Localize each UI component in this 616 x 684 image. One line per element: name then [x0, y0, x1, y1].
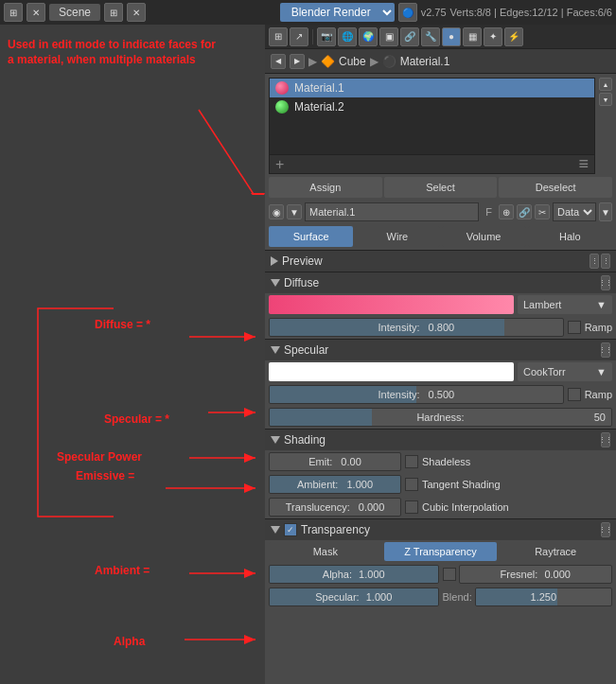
mat-unlink-icon[interactable]: ✂ [535, 204, 550, 219]
diffuse-section-header[interactable]: Diffuse ⋮⋮ [265, 272, 616, 293]
alpha-arrow [0, 626, 274, 655]
specular-shader-arrow: ▼ [596, 366, 607, 377]
physics-icon[interactable]: ⚡ [504, 27, 523, 46]
alpha-fresnel-row: Alpha: 1.000 Fresnel: 0.000 [265, 563, 616, 586]
assign-button[interactable]: Assign [269, 177, 382, 198]
scene-prop-icon[interactable]: 🌐 [338, 27, 357, 46]
specular-intensity-bar[interactable]: Intensity: 0.500 [269, 385, 564, 404]
translucency-bar[interactable]: Translucency: 0.000 [269, 498, 401, 517]
emit-bar[interactable]: Emit: 0.00 [269, 452, 401, 471]
transparency-section-header[interactable]: ✓ Transparency ⋮⋮ [265, 518, 616, 540]
add-material-btn[interactable]: + [275, 156, 284, 173]
svg-marker-9 [244, 483, 255, 493]
texture-icon[interactable]: ▦ [463, 27, 482, 46]
trans-tab-mask[interactable]: Mask [269, 542, 382, 561]
world-icon[interactable]: 🌍 [359, 27, 378, 46]
specular-ramp-label: Ramp [585, 389, 612, 400]
object-icon[interactable]: ▣ [379, 27, 398, 46]
cubic-checkbox[interactable] [405, 500, 418, 514]
shading-section-header[interactable]: Shading ⋮⋮ [265, 429, 616, 450]
fresnel-bar[interactable]: Fresnel: 0.000 [459, 565, 613, 584]
ambient-bar[interactable]: Ambient: 1.000 [269, 475, 401, 494]
render-icon[interactable]: 🔵 [398, 3, 417, 22]
material-list-container: Material.1 Material.2 + ≡ ▲ ▼ [265, 74, 616, 174]
specular-shader-select[interactable]: CookTorr ▼ [518, 362, 612, 381]
preview-label: Preview [282, 254, 323, 268]
view-icon-1[interactable]: ⊞ [269, 27, 288, 46]
material-icon[interactable]: ● [442, 27, 461, 46]
breadcrumb-icon-1[interactable]: ◀ [271, 54, 286, 69]
tab-wire[interactable]: Wire [355, 226, 439, 247]
select-button[interactable]: Select [384, 177, 498, 198]
diffuse-shader-select[interactable]: Lambert ▼ [518, 295, 612, 314]
render-prop-icon[interactable]: 📷 [317, 27, 336, 46]
left-annotation-panel: Used in edit mode to indicate faces for … [0, 25, 265, 684]
diffuse-intensity-bar[interactable]: Intensity: 0.800 [269, 318, 564, 337]
data-select[interactable]: Data [553, 202, 596, 221]
transparency-dots[interactable]: ⋮⋮ [601, 522, 610, 537]
mat-data-arrow[interactable]: ▼ [599, 202, 612, 221]
fresnel-checkbox[interactable] [443, 568, 456, 581]
trans-specular-bar[interactable]: Specular: 1.000 [269, 588, 439, 606]
material-item-1[interactable]: Material.1 [270, 79, 594, 97]
tangent-checkbox[interactable] [405, 478, 418, 491]
preview-dots-1[interactable]: ⋮ [590, 254, 599, 269]
specular-label: Specular [284, 343, 328, 357]
blend-bar[interactable]: 1.250 [475, 588, 612, 606]
specular-section-header[interactable]: Specular ⋮⋮ [265, 339, 616, 360]
tab-halo[interactable]: Halo [528, 226, 612, 247]
svg-marker-11 [244, 569, 255, 578]
renderer-select[interactable]: Blender Render [280, 3, 395, 22]
properties-panel: ⊞ ↗ 📷 🌐 🌍 ▣ 🔗 🔧 ● ▦ ✦ ⚡ ◀ ▶ ▶ 🔶 Cube ▶ ⚫… [265, 25, 616, 684]
material-list-footer: + ≡ [270, 154, 594, 173]
breadcrumb-icon-2[interactable]: ▶ [290, 54, 305, 69]
scene-icon-2[interactable]: ✕ [26, 3, 45, 22]
material-ball-2 [275, 100, 289, 114]
diffuse-color-row: Lambert ▼ [265, 293, 616, 316]
shading-dots[interactable]: ⋮⋮ [601, 432, 610, 447]
mat-up-btn[interactable]: ▲ [599, 78, 612, 91]
material-name-input[interactable] [305, 202, 479, 221]
shadeless-checkbox[interactable] [405, 455, 418, 468]
breadcrumb-material: Material.1 [400, 55, 450, 68]
preview-section-header[interactable]: Preview ⋮ ⋮ [265, 250, 616, 272]
modifier-icon[interactable]: 🔧 [421, 27, 440, 46]
mat-link-icon[interactable]: 🔗 [517, 204, 532, 219]
tab-surface[interactable]: Surface [269, 226, 353, 247]
mat-browse-icon[interactable]: ▼ [287, 204, 302, 219]
mat-fake-user[interactable]: ⊕ [499, 204, 514, 219]
trans-specular-text: Specular: 1.000 [273, 591, 434, 603]
deselect-button[interactable]: Deselect [499, 177, 612, 198]
diffuse-ramp-checkbox[interactable] [568, 321, 581, 334]
tab-volume[interactable]: Volume [442, 226, 526, 247]
specular-color-swatch[interactable] [269, 362, 514, 381]
diffuse-shader-label: Lambert [523, 299, 561, 310]
header-icons-row: ⊞ ↗ 📷 🌐 🌍 ▣ 🔗 🔧 ● ▦ ✦ ⚡ [265, 25, 616, 49]
trans-tab-raytrace[interactable]: Raytrace [499, 542, 612, 561]
blend-half: Blend: 1.250 [443, 588, 613, 606]
trans-tab-z[interactable]: Z Transparency [384, 542, 498, 561]
translucency-row: Translucency: 0.000 Cubic Interpolation [265, 496, 616, 518]
transparency-enable-checkbox[interactable]: ✓ [284, 523, 297, 536]
ambient-row: Ambient: 1.000 Tangent Shading [265, 473, 616, 496]
scene-icon-1[interactable]: ⊞ [4, 3, 23, 22]
alpha-bar[interactable]: Alpha: 1.000 [269, 565, 439, 584]
hardness-bar[interactable]: Hardness: 50 [269, 408, 612, 427]
diffuse-dots[interactable]: ⋮⋮ [601, 275, 610, 290]
diffuse-color-swatch[interactable] [269, 295, 514, 314]
preview-dots-2[interactable]: ⋮ [601, 254, 610, 269]
material-item-2[interactable]: Material.2 [270, 97, 594, 116]
scene-close-icon[interactable]: ✕ [127, 3, 146, 22]
hardness-text: Hardness: [273, 412, 607, 423]
view-icon-2[interactable]: ↗ [290, 27, 308, 46]
constraint-icon[interactable]: 🔗 [400, 27, 419, 46]
version-info: v2.75 [421, 7, 447, 18]
mat-down-btn[interactable]: ▼ [599, 93, 612, 106]
particle-icon[interactable]: ✦ [484, 27, 502, 46]
specular-dots[interactable]: ⋮⋮ [601, 342, 610, 358]
scene-add-icon[interactable]: ⊞ [104, 3, 123, 22]
svg-marker-3 [244, 332, 255, 342]
specular-ramp-checkbox[interactable] [568, 388, 581, 401]
svg-marker-5 [244, 408, 255, 417]
mat-type-icon[interactable]: ◉ [269, 204, 284, 219]
